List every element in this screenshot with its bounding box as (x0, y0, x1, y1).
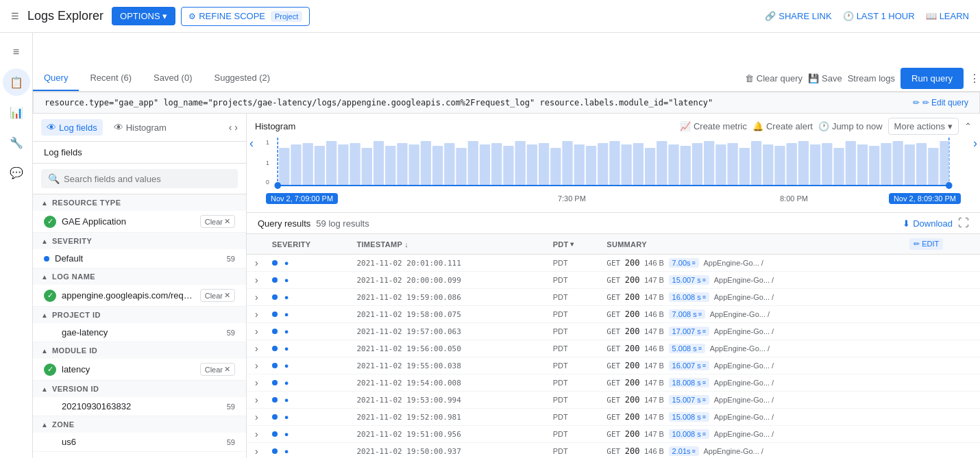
svg-text:1: 1 (266, 160, 269, 166)
svg-rect-42 (715, 144, 726, 186)
svg-rect-37 (657, 141, 667, 186)
collapse-icon-zone: ▲ (41, 421, 48, 429)
tab-query[interactable]: Query (33, 66, 79, 91)
last-hour-button[interactable]: 🕐 LAST 1 HOUR (843, 11, 915, 21)
histogram-collapse-button[interactable]: ⌃ (964, 121, 972, 131)
field-group-header-resource-type[interactable]: ▲ RESOURCE TYPE (33, 194, 246, 211)
clear-log-name-button[interactable]: Clear ✕ (200, 289, 235, 302)
expand-row-button[interactable]: › (252, 257, 261, 268)
expand-row-button[interactable]: › (252, 429, 261, 440)
histogram-prev-button[interactable]: ‹ (249, 136, 254, 151)
log-fields-title: Log fields (33, 142, 246, 164)
sidebar-item-menu[interactable]: ≡ (3, 38, 30, 66)
severity-dot (272, 414, 278, 420)
severity-dot (272, 277, 278, 283)
sidebar-item-wrench[interactable]: 🔧 (3, 129, 30, 156)
sidebar-item-logs[interactable]: 📋 (3, 68, 30, 96)
th-timestamp[interactable]: TIMESTAMP ↓ (351, 234, 547, 255)
th-edit[interactable]: ✏ EDIT (904, 234, 980, 255)
table-row: › ● 2021-11-02 19:55:00.038 PDT GET 200 … (247, 357, 980, 374)
expand-row-button[interactable]: › (252, 292, 261, 303)
tab-saved[interactable]: Saved (0) (143, 66, 203, 91)
svg-rect-12 (362, 148, 372, 186)
panel-tab-log-fields[interactable]: 👁 Log fields (41, 119, 103, 136)
expand-row-button[interactable]: › (252, 275, 261, 285)
tab-recent[interactable]: Recent (6) (79, 66, 143, 91)
query-more-button[interactable]: ⋮ (969, 72, 980, 85)
query-tabs-row: Query Recent (6) Saved (0) Suggested (2)… (33, 66, 980, 92)
learn-button[interactable]: 📖 LEARN (926, 11, 969, 21)
share-link-button[interactable]: 🔗 SHARE LINK (765, 11, 831, 21)
svg-rect-55 (869, 146, 879, 186)
svg-rect-8 (315, 146, 325, 186)
row-severity: ● (267, 340, 352, 357)
row-summary: GET 200 147 B 15.008 s ≡ AppEngine-Go...… (601, 409, 904, 426)
panel-tab-histogram[interactable]: 👁 Histogram (108, 119, 172, 136)
expand-button[interactable]: ⛶ (958, 217, 969, 229)
save-button[interactable]: 💾 Save (808, 73, 842, 84)
row-severity: ● (267, 409, 352, 426)
row-expand-cell: › (247, 374, 267, 392)
run-query-button[interactable]: Run query (901, 68, 964, 89)
th-severity[interactable]: SEVERITY (267, 234, 352, 255)
row-edit-col (904, 272, 980, 289)
svg-rect-6 (291, 144, 301, 186)
severity-dot (272, 346, 278, 351)
create-metric-button[interactable]: 📈 Create metric (680, 121, 747, 131)
panel-prev-button[interactable]: ‹ (229, 122, 232, 133)
clear-resource-type-button[interactable]: Clear ✕ (200, 215, 235, 228)
menu-icon[interactable]: ☰ (11, 11, 19, 21)
options-button[interactable]: OPTIONS ▾ (112, 7, 175, 25)
results-header: Query results 59 log results ⬇ Download … (247, 213, 980, 234)
clear-module-id-button[interactable]: Clear ✕ (200, 363, 235, 376)
expand-row-button[interactable]: › (252, 377, 261, 388)
field-group-header-zone[interactable]: ▲ ZONE (33, 416, 246, 433)
th-pdt[interactable]: PDT ▾ (548, 234, 602, 255)
row-pdt: PDT (548, 289, 602, 306)
svg-rect-35 (633, 143, 644, 186)
results-table-wrap: SEVERITY TIMESTAMP ↓ PDT ▾ SUMMARY ✏ EDI… (247, 234, 980, 458)
create-alert-button[interactable]: 🔔 Create alert (752, 121, 813, 131)
field-group-header-log-name[interactable]: ▲ LOG NAME (33, 268, 246, 285)
severity-dot (272, 260, 278, 266)
field-group-header-severity[interactable]: ▲ SEVERITY (33, 233, 246, 249)
expand-row-button[interactable]: › (252, 326, 261, 337)
time-start-badge: Nov 2, 7:09:00 PM (266, 193, 338, 204)
edit-query-button[interactable]: ✏ ✏ Edit query (913, 98, 968, 107)
histogram-next-button[interactable]: › (973, 136, 977, 151)
field-group-header-version-id[interactable]: ▲ VERSION ID (33, 381, 246, 397)
expand-row-button[interactable]: › (252, 360, 261, 371)
panel-next-button[interactable]: › (234, 122, 238, 133)
field-group-header-module-id[interactable]: ▲ MODULE ID (33, 342, 246, 359)
expand-row-button[interactable]: › (252, 411, 261, 422)
expand-row-button[interactable]: › (252, 394, 261, 405)
sidebar-item-message[interactable]: 💬 (3, 159, 30, 186)
search-input[interactable] (64, 174, 231, 184)
sidebar-item-chart[interactable]: 📊 (3, 99, 30, 126)
tab-suggested[interactable]: Suggested (2) (203, 66, 281, 91)
svg-rect-48 (787, 143, 797, 186)
sidebar: ≡ 📋 📊 🔧 💬 (0, 33, 33, 458)
edit-columns-button[interactable]: ✏ EDIT (909, 238, 943, 250)
download-button[interactable]: ⬇ Download (903, 218, 953, 229)
svg-rect-54 (857, 144, 868, 186)
row-expand-cell: › (247, 255, 267, 272)
more-actions-button[interactable]: More actions ▾ (888, 118, 959, 135)
expand-row-button[interactable]: › (252, 343, 261, 354)
collapse-icon-resource-type: ▲ (41, 199, 48, 207)
field-check-latency: ✓ (44, 364, 56, 376)
field-item-gae-application: ✓ GAE Application Clear ✕ (33, 211, 246, 232)
expand-row-button[interactable]: › (252, 446, 261, 457)
panel-header-tabs: 👁 Log fields 👁 Histogram ‹ › (33, 114, 246, 142)
clear-query-button[interactable]: 🗑 Clear query (745, 73, 803, 84)
book-icon: 📖 (926, 11, 937, 21)
field-group-header-project-id[interactable]: ▲ PROJECT ID (33, 307, 246, 323)
jump-to-now-button[interactable]: 🕐 Jump to now (818, 121, 883, 131)
refine-scope-button[interactable]: ⚙ REFINE SCOPE Project (181, 7, 310, 26)
expand-row-button[interactable]: › (252, 309, 261, 320)
stream-logs-button[interactable]: Stream logs (848, 73, 895, 84)
main-content: Query Recent (6) Saved (0) Suggested (2)… (33, 66, 980, 458)
chevron-down-icon: ▾ (948, 121, 953, 131)
svg-rect-46 (763, 144, 773, 186)
row-edit-col (904, 374, 980, 392)
